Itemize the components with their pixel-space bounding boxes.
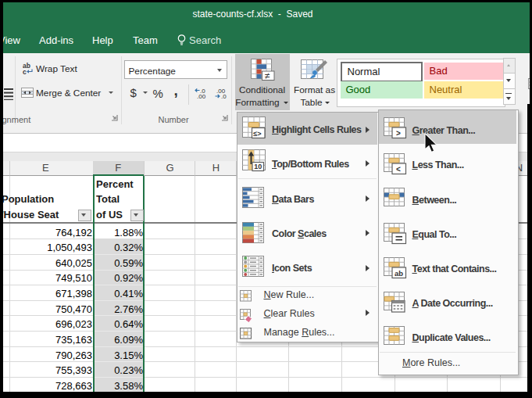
svg-text:≤>: ≤> xyxy=(253,129,261,137)
svg-text:c: c xyxy=(23,68,27,75)
svg-text:.00: .00 xyxy=(197,93,206,99)
svg-text:.0: .0 xyxy=(221,93,227,99)
svg-text:<: < xyxy=(396,165,401,174)
svg-text:>: > xyxy=(396,129,401,138)
svg-text:10: 10 xyxy=(254,163,262,170)
svg-text:ab: ab xyxy=(395,269,403,278)
svg-text:≠: ≠ xyxy=(265,70,270,81)
